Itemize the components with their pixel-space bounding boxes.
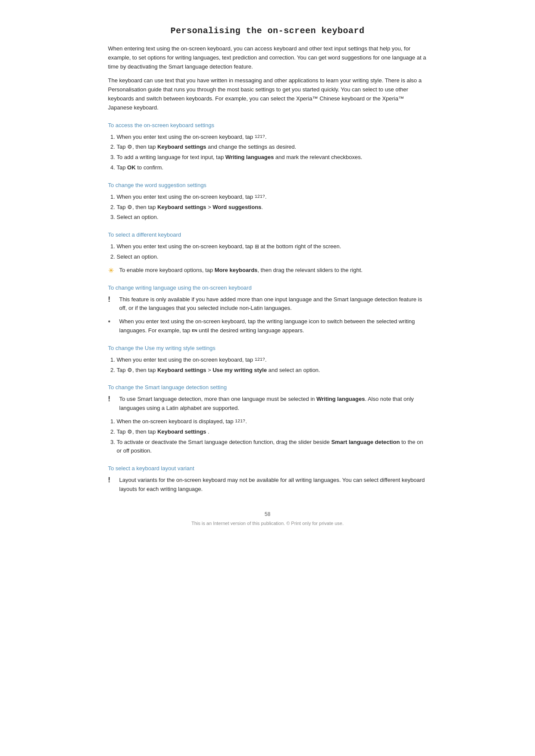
access-step-2: Tap ⚙, then tap Keyboard settings and ch… — [117, 143, 427, 152]
select-kbd-steps-list: When you enter text using the on-screen … — [117, 242, 427, 262]
section-heading-select-kbd: To select a different keyboard — [108, 231, 427, 238]
use-writing-step-2: Tap ⚙, then tap Keyboard settings > Use … — [117, 366, 427, 375]
smart-step-3: To activate or deactivate the Smart lang… — [117, 438, 427, 456]
warning-layout: ! Layout variants for the on-screen keyb… — [108, 476, 427, 494]
bullet-change-writing-text: When you enter text using the on-screen … — [119, 317, 427, 335]
page-title: Personalising the on-screen keyboard — [108, 26, 427, 36]
en-text-icon: EN — [192, 328, 197, 333]
section-heading-change-writing: To change writing language using the on-… — [108, 284, 427, 291]
tip-sun-icon: ✳ — [108, 266, 116, 275]
writing-languages-label: Writing languages — [225, 154, 274, 160]
bullet-change-writing: • When you enter text using the on-scree… — [108, 317, 427, 335]
keyboard-settings-label-4: Keyboard settings — [157, 428, 206, 435]
tip-more-keyboards: ✳ To enable more keyboard options, tap M… — [108, 266, 427, 275]
warning-smart: ! To use Smart language detection, more … — [108, 395, 427, 413]
access-step-4: Tap OK to confirm. — [117, 163, 427, 172]
keyboard-settings-label-1: Keyboard settings — [157, 144, 206, 150]
num-icon-3: 121? — [255, 356, 265, 363]
smart-step-1: When the on-screen keyboard is displayed… — [117, 417, 427, 426]
smart-steps-list: When the on-screen keyboard is displayed… — [117, 417, 427, 456]
warning-change-writing-text: This feature is only available if you ha… — [119, 295, 427, 313]
section-heading-smart: To change the Smart language detection s… — [108, 384, 427, 390]
gear-icon-1: ⚙ — [127, 143, 132, 152]
smart-language-detection-label: Smart language detection — [331, 439, 400, 445]
word-suggestions-label: Word suggestions — [213, 204, 261, 210]
writing-languages-label-2: Writing languages — [316, 396, 365, 402]
access-step-1: When you enter text using the on-screen … — [117, 133, 427, 142]
smart-step-2: Tap ⚙, then tap Keyboard settings . — [117, 428, 427, 437]
select-kbd-step-1: When you enter text using the on-screen … — [117, 242, 427, 251]
use-writing-steps-list: When you enter text using the on-screen … — [117, 356, 427, 375]
word-step-1: When you enter text using the on-screen … — [117, 193, 427, 202]
warning-layout-text: Layout variants for the on-screen keyboa… — [119, 476, 427, 494]
warning-smart-text: To use Smart language detection, more th… — [119, 395, 427, 413]
intro-para-1: When entering text using the on-screen k… — [108, 44, 427, 71]
section-heading-use-writing: To change the Use my writing style setti… — [108, 345, 427, 351]
gear-icon-4: ⚙ — [127, 428, 132, 437]
page-container: Personalising the on-screen keyboard Whe… — [100, 0, 436, 560]
num-icon-1: 121? — [255, 134, 265, 141]
warning-exclamation-icon-1: ! — [108, 296, 116, 303]
keyboard-settings-label-3: Keyboard settings — [157, 367, 206, 373]
gear-icon-2: ⚙ — [127, 203, 132, 212]
section-heading-layout: To select a keyboard layout variant — [108, 465, 427, 472]
tip-more-keyboards-text: To enable more keyboard options, tap Mor… — [119, 266, 427, 275]
section-heading-access: To access the on-screen keyboard setting… — [108, 122, 427, 128]
intro-para-2: The keyboard can use text that you have … — [108, 76, 427, 112]
bullet-dot-icon-1: • — [108, 318, 116, 325]
warning-change-writing: ! This feature is only available if you … — [108, 295, 427, 313]
more-keyboards-label: More keyboards — [215, 267, 258, 273]
use-my-writing-style-label: Use my writing style — [213, 367, 267, 373]
num-icon-4: 121? — [235, 418, 245, 425]
word-step-2: Tap ⚙, then tap Keyboard settings > Word… — [117, 203, 427, 212]
access-steps-list: When you enter text using the on-screen … — [117, 133, 427, 172]
select-kbd-step-2: Select an option. — [117, 253, 427, 262]
page-number: 58 — [108, 511, 427, 517]
use-writing-step-1: When you enter text using the on-screen … — [117, 356, 427, 365]
access-step-3: To add a writing language for text input… — [117, 153, 427, 162]
footer-note: This is an Internet version of this publ… — [108, 521, 427, 526]
section-heading-word: To change the word suggestion settings — [108, 182, 427, 188]
warning-exclamation-icon-3: ! — [108, 476, 116, 484]
word-steps-list: When you enter text using the on-screen … — [117, 193, 427, 222]
keyboard-settings-label-2: Keyboard settings — [157, 204, 206, 210]
keyboard-grid-icon: ⊞ — [255, 243, 259, 251]
gear-icon-3: ⚙ — [127, 366, 132, 375]
ok-label: OK — [127, 164, 136, 171]
warning-exclamation-icon-2: ! — [108, 395, 116, 403]
word-step-3: Select an option. — [117, 213, 427, 222]
num-icon-2: 121? — [255, 194, 265, 200]
